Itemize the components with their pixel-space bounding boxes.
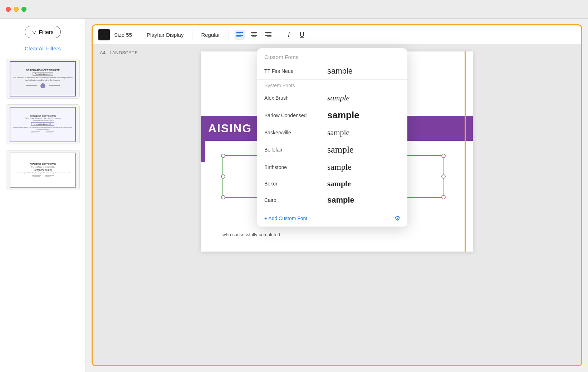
cert-graduation-signatures xyxy=(26,83,60,88)
toolbar-separator-1 xyxy=(138,30,138,39)
font-name-bokor: Bokor xyxy=(264,181,322,187)
font-name-birthstone: Birthstone xyxy=(264,164,322,170)
font-name-alex-brush: Alex Brush xyxy=(264,95,322,101)
toolbar-separator-4 xyxy=(279,30,279,39)
font-name-bellefair: Bellefair xyxy=(264,147,322,153)
font-item-bellefair[interactable]: Bellefair sample xyxy=(257,141,407,159)
clear-all-filters-button[interactable]: Clear All Filters xyxy=(6,44,80,53)
cert-academic1-preview: ACADEMIC CERTIFICATE Taken State Univers… xyxy=(10,107,76,142)
cert-academic2-signatures: Certificate and Signed by xyxy=(32,175,54,177)
template-preview-academic1: ACADEMIC CERTIFICATE Taken State Univers… xyxy=(6,105,79,144)
maximize-button[interactable] xyxy=(21,7,26,12)
custom-fonts-header: Custom Fonts xyxy=(257,48,407,63)
system-fonts-header: System Fonts xyxy=(257,80,407,90)
font-dropdown: Custom Fonts TT Firs Neue sample System … xyxy=(257,48,407,227)
template-card-academic2[interactable]: ACADEMIC CERTIFICATE This certificate is… xyxy=(6,150,80,190)
svg-rect-5 xyxy=(252,34,256,34)
align-left-icon xyxy=(236,32,243,37)
font-sample-tt-firs: sample xyxy=(327,66,353,76)
svg-rect-0 xyxy=(236,32,243,33)
cert-graduation-recipient: [recipient.name] xyxy=(33,72,53,76)
cert-academic2-preview: ACADEMIC CERTIFICATE This certificate is… xyxy=(10,153,76,188)
cert-academic2-title: ACADEMIC CERTIFICATE xyxy=(30,163,56,165)
color-swatch[interactable] xyxy=(98,29,110,40)
font-sample-baskervville: sample xyxy=(327,128,349,137)
handle-bottom-left[interactable] xyxy=(221,195,225,199)
cert-academic2-body: for a course granted from the University… xyxy=(16,172,70,174)
completed-text: who successfully completed xyxy=(222,232,280,237)
svg-rect-10 xyxy=(265,35,271,36)
font-name-cairo: Cairo xyxy=(264,197,322,203)
cert-academic1-signatures: Chairman Secretary xyxy=(31,132,54,134)
template-preview-academic2: ACADEMIC CERTIFICATE This certificate is… xyxy=(6,150,79,190)
cert-graduation-body: This certificate is awarded to the recip… xyxy=(12,76,74,81)
font-family-button[interactable]: Playfair Display xyxy=(144,30,186,39)
font-weight-button[interactable]: Regular xyxy=(198,30,223,39)
font-sample-cairo: sample xyxy=(327,195,354,205)
template-card-graduation[interactable]: GRADUATION CERTIFICATE [recipient.name] … xyxy=(6,59,80,99)
toolbar-separator-3 xyxy=(229,30,229,39)
handle-bottom-right[interactable] xyxy=(441,195,446,199)
window-chrome xyxy=(0,0,588,19)
handle-top-left[interactable] xyxy=(221,154,225,158)
svg-rect-7 xyxy=(252,36,256,37)
handle-middle-right[interactable] xyxy=(441,174,446,179)
filters-button[interactable]: ▽ Filters xyxy=(25,26,61,38)
filter-icon: ▽ xyxy=(32,29,36,35)
close-button[interactable] xyxy=(6,7,11,12)
font-sample-alex-brush: sample xyxy=(327,93,349,103)
cert-academic2-recipient: [recipient.name] xyxy=(34,169,52,171)
svg-rect-2 xyxy=(236,35,243,36)
editor-wrapper: Size 55 Playfair Display Regular xyxy=(92,24,582,366)
font-item-baskervville[interactable]: Baskervville sample xyxy=(257,124,407,141)
template-card-academic1[interactable]: ACADEMIC CERTIFICATE Taken State Univers… xyxy=(6,104,80,144)
cert-graduation-title: GRADUATION CERTIFICATE xyxy=(26,69,60,71)
toolbar: Size 55 Playfair Display Regular xyxy=(93,25,581,44)
handle-middle-left[interactable] xyxy=(221,174,225,179)
minimize-button[interactable] xyxy=(14,7,19,12)
align-right-icon xyxy=(265,32,271,37)
purple-band-text: AISING xyxy=(208,122,252,135)
svg-rect-1 xyxy=(236,34,241,34)
font-dropdown-footer: + Add Custom Font ⚙ xyxy=(257,210,407,227)
svg-rect-8 xyxy=(265,32,271,33)
align-center-button[interactable] xyxy=(249,30,259,40)
gear-icon[interactable]: ⚙ xyxy=(395,214,400,222)
main-layout: ▽ Filters Clear All Filters GRADUATION C… xyxy=(0,19,588,372)
align-center-icon xyxy=(251,32,257,37)
underline-button[interactable]: U xyxy=(297,30,307,40)
cert-academic1-recipient: { recipient.name } xyxy=(31,122,54,126)
purple-band-text-partial: AISING xyxy=(208,122,252,135)
cert-academic1-body: for participating granted from the Unive… xyxy=(12,127,74,130)
font-item-alex-brush[interactable]: Alex Brush sample xyxy=(257,90,407,106)
purple-left-accent xyxy=(201,137,205,162)
filters-label: Filters xyxy=(39,29,54,35)
handle-top-right[interactable] xyxy=(441,154,446,158)
svg-rect-11 xyxy=(267,36,271,37)
font-sample-bellefair: sample xyxy=(327,144,354,155)
cert-academic2-cert: This certificate is presented to xyxy=(31,166,54,168)
align-right-button[interactable] xyxy=(263,30,273,40)
cert-graduation-preview: GRADUATION CERTIFICATE [recipient.name] … xyxy=(10,61,76,96)
font-item-barlow-condensed[interactable]: Barlow Condensed sample xyxy=(257,106,407,124)
italic-button[interactable]: I xyxy=(285,30,293,40)
add-custom-font-button[interactable]: + Add Custom Font xyxy=(264,215,307,221)
svg-rect-3 xyxy=(236,36,241,37)
font-name-barlow-condensed: Barlow Condensed xyxy=(264,113,322,118)
sidebar: ▽ Filters Clear All Filters GRADUATION C… xyxy=(0,19,86,372)
toolbar-separator-2 xyxy=(192,30,192,39)
font-item-bokor[interactable]: Bokor sample xyxy=(257,175,407,192)
font-item-birthstone[interactable]: Birthstone sample xyxy=(257,159,407,175)
main-content: Size 55 Playfair Display Regular xyxy=(86,19,588,372)
svg-rect-6 xyxy=(251,35,257,36)
align-left-button[interactable] xyxy=(235,30,245,40)
template-preview-graduation: GRADUATION CERTIFICATE [recipient.name] … xyxy=(6,59,79,98)
font-item-cairo[interactable]: Cairo sample xyxy=(257,192,407,208)
font-sample-barlow-condensed: sample xyxy=(327,110,359,121)
svg-rect-9 xyxy=(267,34,271,34)
font-item-tt-firs[interactable]: TT Firs Neue sample xyxy=(257,63,407,79)
font-name-tt-firs: TT Firs Neue xyxy=(264,68,322,74)
page-label: A4 - LANDSCAPE xyxy=(100,50,138,55)
font-size-label[interactable]: Size 55 xyxy=(114,32,132,38)
font-name-baskervville: Baskervville xyxy=(264,130,322,135)
